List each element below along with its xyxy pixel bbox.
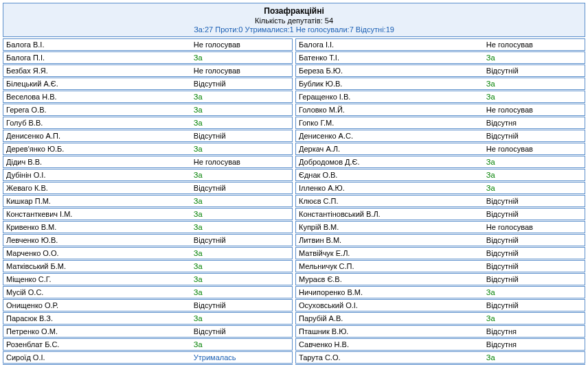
vote-row: Денисенко А.С.Відсутній xyxy=(295,130,585,142)
vote-value: Відсутній xyxy=(484,197,585,205)
vote-row: Батенко Т.І.За xyxy=(295,51,585,64)
vote-row: Голуб В.В.За xyxy=(3,117,293,129)
deputy-name: Єднак О.В. xyxy=(296,171,484,179)
vote-row: Петренко О.М.Відсутній xyxy=(3,325,293,338)
deputy-name: Левченко Ю.В. xyxy=(3,236,191,244)
deputy-name: Дерев'янко Ю.Б. xyxy=(3,145,191,153)
deputy-name: Константіновський В.Л. xyxy=(296,210,484,218)
deputy-name: Тарута С.О. xyxy=(296,353,484,362)
deputy-name: Петренко О.М. xyxy=(3,327,191,335)
deputy-name: Кривенко В.М. xyxy=(3,223,191,231)
vote-value: Відсутній xyxy=(191,80,292,88)
right-column: Балога І.І.Не голосувавБатенко Т.І.ЗаБер… xyxy=(295,38,585,365)
deputy-name: Парасюк В.З. xyxy=(3,314,191,322)
vote-value: За xyxy=(484,54,585,62)
vote-value: За xyxy=(484,314,585,322)
vote-value: За xyxy=(191,314,292,322)
vote-value: За xyxy=(191,262,292,270)
vote-value: Відсутній xyxy=(484,249,585,257)
deputy-name: Парубій А.В. xyxy=(296,314,484,322)
vote-value: За xyxy=(191,145,292,153)
vote-row: Геращенко І.В.За xyxy=(295,91,585,103)
vote-value: Відсутній xyxy=(191,301,292,309)
vote-row: Мураєв Є.В.Відсутній xyxy=(295,273,585,285)
deputy-name: Балога І.І. xyxy=(296,40,484,49)
vote-row: Балога І.І.Не голосував xyxy=(295,38,585,51)
vote-row: Герега О.В.За xyxy=(3,104,293,116)
vote-row: Міщенко С.Г.За xyxy=(3,273,293,285)
vote-value: Не голосував xyxy=(484,145,585,153)
deputy-name: Бублик Ю.В. xyxy=(296,80,484,88)
deputy-name: Береза Б.Ю. xyxy=(296,67,484,75)
vote-value: Відсутній xyxy=(484,301,585,309)
vote-value: Відсутній xyxy=(484,236,585,244)
vote-row: Константіновський В.Л.Відсутній xyxy=(295,208,585,220)
vote-value: Відсутній xyxy=(484,67,585,75)
vote-row: Жеваго К.В.Відсутній xyxy=(3,182,293,194)
vote-value: Відсутній xyxy=(191,184,292,192)
vote-row: Бублик Ю.В.За xyxy=(295,78,585,90)
vote-row: Мусій О.С.За xyxy=(3,286,293,298)
vote-value: Відсутній xyxy=(191,236,292,244)
vote-summary: За:27 Проти:0 Утрималися:1 Не голосували… xyxy=(3,25,585,34)
vote-value: За xyxy=(191,119,292,127)
deputy-name: Головко М.Й. xyxy=(296,106,484,114)
vote-row: Клюєв С.П.Відсутній xyxy=(295,195,585,207)
vote-row: Веселова Н.В.За xyxy=(3,91,293,103)
deputy-name: Онищенко О.Р. xyxy=(3,301,191,309)
vote-value: Не голосував xyxy=(191,67,292,75)
vote-row: Береза Б.Ю.Відсутній xyxy=(295,64,585,77)
vote-value: Відсутня xyxy=(484,327,585,335)
vote-value: Відсутній xyxy=(484,262,585,270)
deputy-name: Голуб В.В. xyxy=(3,119,191,127)
vote-value: За xyxy=(484,80,585,88)
vote-row: Тарута С.О.За xyxy=(295,351,585,364)
deputy-name: Осуховський О.І. xyxy=(296,301,484,309)
vote-row: Добродомов Д.Є.За xyxy=(295,156,585,168)
vote-row: Левченко Ю.В.Відсутній xyxy=(3,234,293,246)
deputy-name: Балога П.І. xyxy=(3,54,191,62)
deputy-name: Купрій В.М. xyxy=(296,223,484,231)
vote-row: Головко М.Й.Не голосував xyxy=(295,104,585,116)
left-column: Балога В.І.Не голосувавБалога П.І.ЗаБезб… xyxy=(3,38,293,365)
deputy-name: Сироїд О.І. xyxy=(3,353,191,362)
vote-row: Матвійчук Е.Л.Відсутній xyxy=(295,247,585,259)
vote-value: За xyxy=(191,340,292,349)
vote-row: Литвин В.М.Відсутній xyxy=(295,234,585,246)
vote-row: Кишкар П.М.За xyxy=(3,195,293,207)
deputy-name: Геращенко І.В. xyxy=(296,93,484,101)
vote-value: За xyxy=(484,184,585,192)
vote-value: За xyxy=(191,197,292,205)
vote-value: Відсутня xyxy=(484,340,585,349)
vote-value: Відсутній xyxy=(484,275,585,283)
vote-row: Матківський Б.М.За xyxy=(3,260,293,272)
vote-value: За xyxy=(191,210,292,218)
vote-value: Не голосував xyxy=(484,223,585,231)
deputy-name: Константкевич І.М. xyxy=(3,210,191,218)
deputy-name: Пташник В.Ю. xyxy=(296,327,484,335)
deputy-name: Марченко О.О. xyxy=(3,249,191,257)
vote-row: Осуховський О.І.Відсутній xyxy=(295,299,585,311)
vote-value: За xyxy=(191,223,292,231)
vote-value: За xyxy=(484,288,585,296)
vote-row: Мельничук С.П.Відсутній xyxy=(295,260,585,272)
deputy-name: Розенблат Б.С. xyxy=(3,340,191,349)
vote-row: Савченко Н.В.Відсутня xyxy=(295,338,585,351)
deputy-name: Білецький А.Є. xyxy=(3,80,191,88)
vote-value: Відсутня xyxy=(484,119,585,127)
deputy-name: Гопко Г.М. xyxy=(296,119,484,127)
deputy-name: Деркач А.Л. xyxy=(296,145,484,153)
vote-row: Безбах Я.Я.Не голосував xyxy=(3,64,293,77)
vote-value: За xyxy=(191,106,292,114)
deputy-name: Добродомов Д.Є. xyxy=(296,158,484,166)
vote-row: Онищенко О.Р.Відсутній xyxy=(3,299,293,311)
vote-value: За xyxy=(191,54,292,62)
vote-value: Відсутній xyxy=(484,210,585,218)
vote-row: Дерев'янко Ю.Б.За xyxy=(3,143,293,155)
vote-row: Єднак О.В.За xyxy=(295,169,585,181)
vote-value: Не голосував xyxy=(191,158,292,166)
vote-value: За xyxy=(191,93,292,101)
deputy-name: Литвин В.М. xyxy=(296,236,484,244)
vote-row: Сироїд О.І.Утрималась xyxy=(3,351,293,364)
vote-row: Константкевич І.М.За xyxy=(3,208,293,220)
